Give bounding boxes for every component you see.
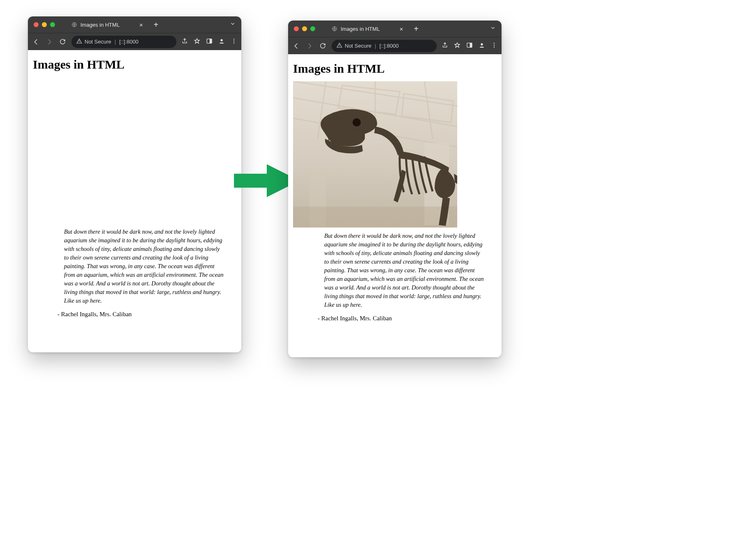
not-secure-icon: [337, 42, 342, 49]
reload-button[interactable]: [58, 38, 66, 45]
browser-tab[interactable]: Images in HTML ×: [67, 19, 147, 31]
close-window-button[interactable]: [34, 22, 39, 27]
svg-point-6: [234, 39, 234, 39]
svg-point-17: [494, 46, 495, 47]
svg-rect-4: [210, 39, 212, 43]
quote-attribution: - Rachel Ingalls, Mrs. Caliban: [33, 311, 236, 318]
url-text: [::]:8000: [119, 39, 138, 45]
svg-rect-13: [470, 43, 472, 47]
minimize-window-button[interactable]: [42, 22, 47, 27]
kebab-menu-icon[interactable]: [231, 38, 237, 46]
kebab-menu-icon[interactable]: [491, 42, 497, 50]
url-text: [::]:8000: [379, 43, 399, 49]
dinosaur-image: [293, 81, 457, 227]
maximize-window-button[interactable]: [310, 26, 315, 31]
svg-point-28: [353, 118, 361, 126]
page-title: Images in HTML: [293, 62, 497, 76]
window-titlebar: Images in HTML × +: [28, 16, 241, 33]
svg-rect-22: [293, 207, 457, 227]
quote-attribution: - Rachel Ingalls, Mrs. Caliban: [293, 315, 497, 322]
page-title: Images in HTML: [33, 57, 236, 71]
browser-tab[interactable]: Images in HTML ×: [328, 23, 407, 35]
maximize-window-button[interactable]: [50, 22, 55, 27]
svg-point-7: [234, 40, 234, 41]
profile-icon[interactable]: [218, 38, 225, 46]
svg-point-8: [234, 42, 234, 43]
url-security-label: Not Secure: [345, 43, 371, 49]
forward-button[interactable]: [45, 38, 53, 46]
close-window-button[interactable]: [294, 26, 299, 31]
reload-button[interactable]: [318, 42, 327, 49]
globe-icon: [332, 26, 337, 32]
side-panel-icon[interactable]: [206, 38, 213, 46]
tab-title: Images in HTML: [341, 26, 380, 32]
minimize-window-button[interactable]: [302, 26, 307, 31]
svg-point-2: [79, 42, 79, 43]
svg-point-14: [481, 43, 483, 45]
bookmark-star-icon[interactable]: [194, 38, 200, 46]
profile-icon[interactable]: [479, 42, 485, 50]
quote-text: But down there it would be dark now, and…: [293, 232, 497, 309]
browser-toolbar: Not Secure | [::]:8000: [288, 37, 502, 54]
browser-window-after: Images in HTML × + Not Secure | [::]:800…: [288, 21, 502, 357]
unloaded-image-placeholder: [33, 77, 197, 223]
side-panel-icon[interactable]: [466, 42, 473, 50]
window-titlebar: Images in HTML × +: [288, 21, 502, 37]
new-tab-button[interactable]: +: [153, 20, 158, 30]
page-content: Images in HTML But down there it would b…: [28, 50, 241, 325]
svg-point-15: [494, 43, 495, 44]
browser-toolbar: Not Secure | [::]:8000: [28, 33, 241, 50]
back-button[interactable]: [32, 38, 40, 46]
page-content: Images in HTML: [288, 54, 502, 329]
quote-text: But down there it would be dark now, and…: [33, 227, 236, 305]
url-bar[interactable]: Not Secure | [::]:8000: [332, 40, 437, 52]
url-bar[interactable]: Not Secure | [::]:8000: [71, 36, 176, 48]
tablist-chevron-icon[interactable]: [490, 25, 496, 32]
new-tab-button[interactable]: +: [414, 24, 419, 34]
tablist-chevron-icon[interactable]: [230, 21, 236, 28]
forward-button[interactable]: [305, 42, 314, 50]
tab-title: Images in HTML: [80, 22, 119, 28]
browser-window-before: Images in HTML × + Not Secure | [::]:800…: [28, 16, 241, 352]
svg-point-11: [339, 46, 339, 47]
share-icon[interactable]: [181, 38, 188, 46]
not-secure-icon: [76, 38, 82, 45]
tab-close-button[interactable]: ×: [399, 25, 403, 32]
traffic-lights: [294, 26, 315, 31]
svg-point-5: [220, 39, 222, 41]
share-icon[interactable]: [442, 42, 448, 50]
back-button[interactable]: [292, 42, 300, 50]
bookmark-star-icon[interactable]: [454, 42, 460, 50]
tab-close-button[interactable]: ×: [139, 21, 143, 28]
globe-icon: [71, 22, 77, 28]
traffic-lights: [34, 22, 55, 27]
svg-point-16: [494, 44, 495, 45]
url-security-label: Not Secure: [85, 39, 111, 45]
